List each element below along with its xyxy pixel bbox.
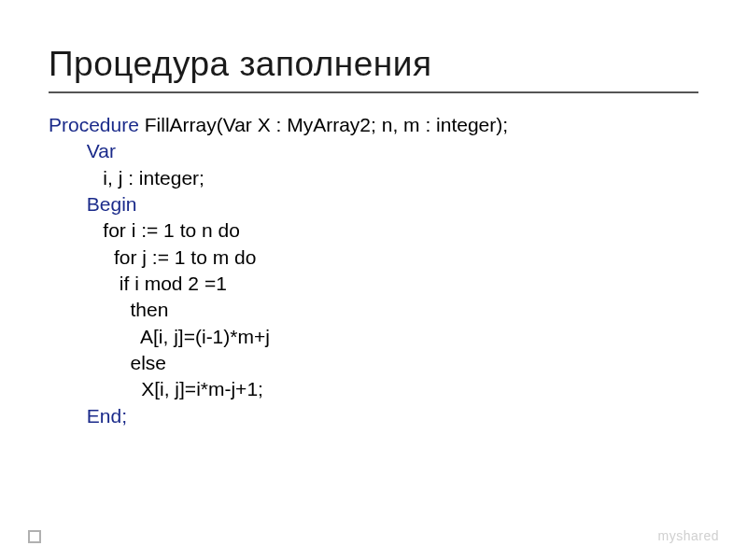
code-line-10: else [49, 352, 166, 373]
code-line-9: A[i, j]=(i-1)*m+j [49, 326, 270, 347]
keyword-end: End; [49, 405, 127, 427]
code-line-7: if i mod 2 =1 [49, 273, 227, 294]
code-line-6: for j := 1 to m do [49, 246, 256, 268]
footer-brand: myshared [658, 528, 719, 543]
code-line-5: for i := 1 to n do [49, 219, 240, 241]
footer-square-icon [28, 530, 41, 543]
title-underline [49, 91, 698, 93]
code-line-11: X[i, j]=i*m-j+1; [49, 378, 263, 399]
keyword-procedure: Procedure [49, 114, 145, 135]
keyword-var: Var [49, 140, 116, 161]
slide: Процедура заполнения Procedure FillArray… [0, 0, 747, 560]
code-line-1-rest: FillArray(Var X : MyArray2; n, m : integ… [145, 114, 508, 135]
slide-title: Процедура заполнения [49, 45, 698, 84]
code-block: Procedure FillArray(Var X : MyArray2; n,… [49, 112, 698, 429]
code-line-8: then [49, 299, 168, 320]
code-line-3: i, j : integer; [49, 167, 204, 189]
keyword-begin: Begin [49, 193, 137, 215]
